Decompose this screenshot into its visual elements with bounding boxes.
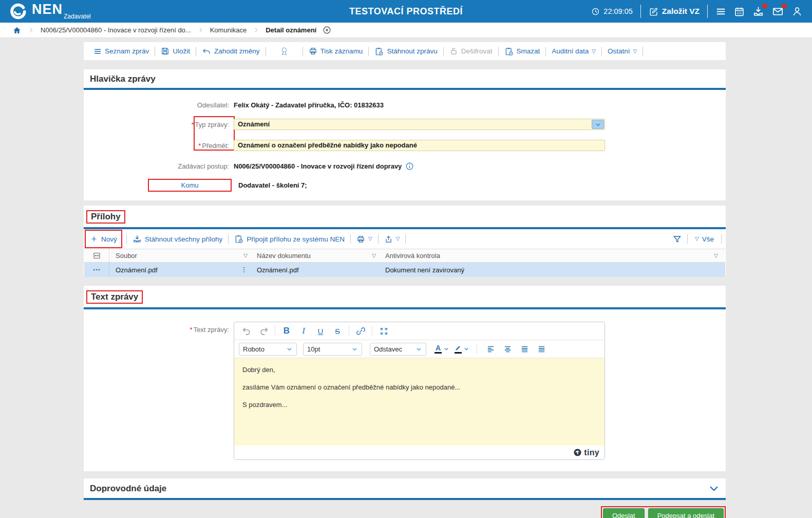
column-header-doc-name[interactable]: Název dokumentu ▽ [252, 252, 380, 260]
close-icon [323, 26, 331, 34]
underline-button[interactable]: U [313, 324, 328, 338]
header-divider [640, 5, 641, 18]
fullscreen-button[interactable] [376, 324, 391, 338]
export-attachments-button[interactable]: ▽ [379, 235, 406, 244]
logo-role-label: Zadavatel [64, 13, 91, 20]
printer-icon [309, 47, 317, 55]
print-record-button[interactable]: Tisk záznamu [303, 47, 369, 55]
drag-handle-icon[interactable] [240, 266, 248, 273]
send-button[interactable]: Odeslat [603, 508, 645, 518]
breadcrumb-item-procedure[interactable]: N006/25/V00004860 - Inovace v rozvoji ří… [41, 26, 191, 34]
toolbar-divider [643, 47, 643, 56]
filter-funnel-icon[interactable] [672, 234, 682, 244]
editor-undo-button[interactable] [239, 324, 254, 338]
align-left-button[interactable] [483, 342, 498, 356]
subject-input[interactable]: Oznámení o označení předběžné nabídky ja… [234, 140, 605, 151]
editor-redo-button[interactable] [256, 324, 271, 338]
print-attachments-button[interactable]: ▽ [351, 235, 378, 244]
home-breadcrumb-button[interactable] [12, 26, 22, 35]
top-header-bar: NEN Zadavatel TESTOVACÍ PROSTŘEDÍ 22:09:… [0, 0, 812, 23]
home-icon [12, 26, 22, 35]
filter-all-button[interactable]: ▽ Vše [693, 235, 716, 243]
column-header-antivirus[interactable]: Antivirová kontrola ▽ [380, 252, 725, 260]
breadcrumb-separator-icon [197, 27, 204, 33]
info-icon[interactable] [405, 162, 414, 171]
delete-button[interactable]: Smazat [499, 47, 546, 56]
nen-logo[interactable]: NEN Zadavatel [0, 2, 91, 21]
redo-icon [259, 326, 269, 336]
audit-data-button[interactable]: Auditní data ▽ [546, 47, 601, 55]
text-color-button[interactable]: A [433, 344, 451, 354]
certificate-button[interactable] [266, 46, 303, 56]
message-list-label: Seznam zpráv [105, 47, 149, 55]
dropdown-triangle-icon: ▽ [633, 49, 637, 54]
editor-content-area[interactable]: Dobrý den, zasíláme Vám oznámení o označ… [234, 358, 605, 446]
italic-button[interactable]: I [296, 324, 311, 338]
new-attachment-button[interactable]: Nový [86, 235, 121, 243]
align-justify-button[interactable] [534, 342, 549, 356]
share-icon [384, 235, 393, 244]
calendar-button[interactable] [734, 6, 745, 17]
decrypt-label: Dešifrovat [461, 47, 493, 55]
bold-button[interactable]: B [279, 324, 294, 338]
recipients-button[interactable]: Komu [148, 179, 232, 192]
download-all-attachments-label: Stáhnout všechny přílohy [145, 235, 223, 243]
expand-section-button[interactable] [708, 483, 720, 494]
session-time: 22:09:05 [603, 7, 632, 15]
align-center-button[interactable] [500, 342, 515, 356]
message-type-select[interactable]: Oznámení [234, 119, 605, 130]
attachment-row[interactable]: Oznámení.pdf Oznámení.pdf Dokument není … [84, 263, 725, 277]
discard-changes-button[interactable]: Zahodit změny [196, 47, 266, 56]
downloads-button[interactable] [752, 6, 764, 17]
select-dropdown-button[interactable] [592, 120, 604, 129]
row-menu-button[interactable] [84, 263, 109, 277]
editor-toolbar-row1: B I U S [234, 322, 605, 340]
sign-and-send-button[interactable]: Podepsat a odeslat [648, 508, 724, 518]
download-message-button[interactable]: Stáhnout zprávu [369, 47, 443, 56]
messages-notification-dot [782, 4, 787, 9]
download-all-attachments-button[interactable]: Stáhnout všechny přílohy [127, 234, 229, 244]
block-format-select[interactable]: Odstavec [370, 343, 426, 356]
list-icon [93, 47, 102, 55]
attach-from-nen-button[interactable]: Připojit přílohu ze systému NEN [229, 234, 350, 244]
font-family-select[interactable]: Roboto [239, 343, 297, 356]
sender-value: Felix Okátý - Zadavatel příručka, IČO: 0… [234, 101, 384, 109]
highlight-color-button[interactable] [452, 345, 471, 354]
undo-icon [242, 326, 252, 336]
profile-button[interactable] [791, 6, 803, 17]
strikethrough-button[interactable]: S [330, 324, 345, 338]
messages-button[interactable] [772, 6, 784, 17]
dropdown-triangle-icon: ▽ [396, 236, 400, 242]
decrypt-button[interactable]: Dešifrovat [444, 47, 498, 55]
font-size-select[interactable]: 10pt [303, 343, 362, 356]
breadcrumb-separator-icon [253, 27, 259, 33]
align-right-button[interactable] [517, 342, 532, 356]
message-text-section: Text zprávy *Text zprávy: B I U S [84, 286, 726, 471]
column-filter-icon[interactable]: ▽ [372, 253, 376, 258]
breadcrumb-separator-icon [28, 27, 34, 33]
column-header-file[interactable]: Soubor ▽ [109, 252, 252, 260]
clipboard-download-icon [374, 47, 384, 56]
message-paragraph: S pozdravem... [242, 401, 596, 409]
save-button[interactable]: Uložit [155, 47, 196, 55]
insert-link-button[interactable] [353, 324, 368, 338]
clipboard-attach-icon [234, 234, 243, 244]
other-actions-button[interactable]: Ostatní ▽ [602, 47, 643, 55]
message-header-section: Hlavička zprávy Odesílatel: Felix Okátý … [84, 69, 726, 200]
toolbar-divider [721, 234, 722, 244]
hamburger-icon [715, 6, 726, 17]
message-list-button[interactable]: Seznam zpráv [88, 47, 155, 55]
column-config-button[interactable] [84, 249, 109, 262]
rich-text-editor: B I U S Roboto 10pt [234, 322, 605, 460]
column-filter-icon[interactable]: ▽ [243, 253, 248, 258]
message-paragraph: zasíláme Vám oznámení o označení předběž… [242, 383, 596, 391]
column-filter-icon[interactable]: ▽ [714, 253, 718, 258]
message-header-title: Hlavička zprávy [84, 69, 726, 88]
link-icon [356, 326, 366, 336]
create-vz-button[interactable]: Založit VZ [649, 7, 700, 16]
undo-icon [202, 47, 211, 56]
main-menu-button[interactable] [715, 6, 726, 17]
close-tab-button[interactable] [323, 26, 331, 34]
tiny-logo-icon [573, 448, 582, 457]
breadcrumb-item-communication[interactable]: Komunikace [210, 26, 247, 34]
